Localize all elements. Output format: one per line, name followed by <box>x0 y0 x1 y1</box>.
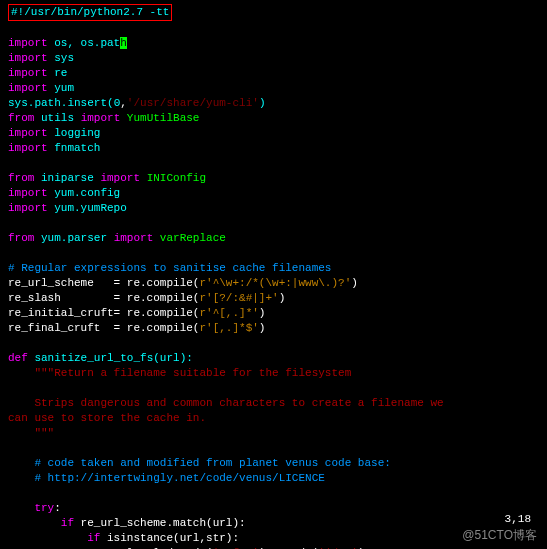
shebang-box: #!/usr/bin/python2.7 -tt <box>8 4 172 21</box>
watermark: @51CTO博客 <box>462 528 537 543</box>
code-block: #!/usr/bin/python2.7 -tt import os, os.p… <box>0 0 547 549</box>
cursor-position: 3,18 <box>505 512 531 527</box>
